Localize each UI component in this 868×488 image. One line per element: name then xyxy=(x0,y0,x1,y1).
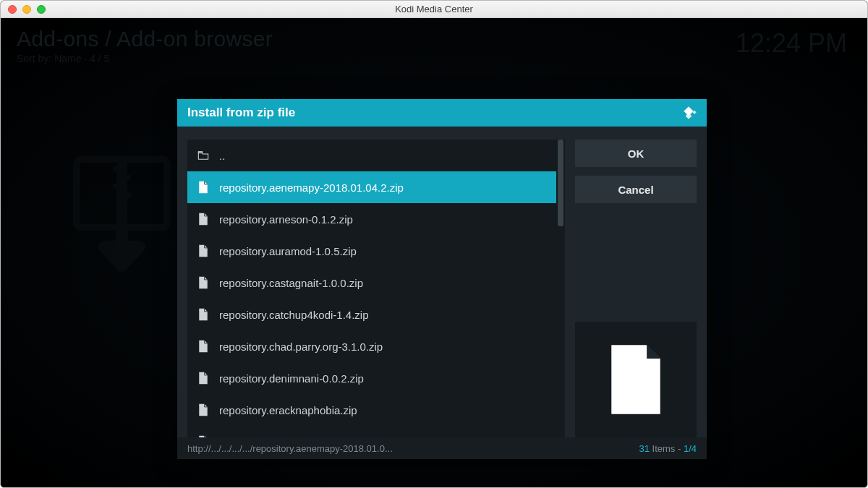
footer-count: 31 Items - 1/4 xyxy=(639,443,697,454)
dialog-body: ..repository.aenemapy-2018.01.04.2.zipre… xyxy=(177,127,707,437)
dialog-header: Install from zip file xyxy=(177,99,707,127)
file-name: repository.catchup4kodi-1.4.zip xyxy=(219,309,369,321)
file-name: repository.chad.parry.org-3.1.0.zip xyxy=(219,341,383,353)
window-title: Kodi Media Center xyxy=(1,4,867,14)
install-from-zip-dialog: Install from zip file ..repository.aenem… xyxy=(177,99,707,459)
file-name: repository.auramod-1.0.5.zip xyxy=(219,245,357,257)
list-item[interactable]: repository.catchup4kodi-1.4.zip xyxy=(187,299,556,330)
file-name: repository.denimnani-0.0.2.zip xyxy=(219,372,364,385)
kodi-background: Add-ons / Add-on browser Sort by: Name ·… xyxy=(1,18,867,487)
scrollbar[interactable] xyxy=(556,140,565,437)
titlebar: Kodi Media Center xyxy=(1,1,867,18)
file-list[interactable]: ..repository.aenemapy-2018.01.04.2.zipre… xyxy=(187,140,556,437)
parent-folder-label: .. xyxy=(219,150,225,162)
cancel-button[interactable]: Cancel xyxy=(575,176,697,203)
scroll-thumb[interactable] xyxy=(558,140,563,226)
list-item[interactable]: repository.castagnait-1.0.0.zip xyxy=(187,267,556,299)
file-name: repository.arneson-0.1.2.zip xyxy=(219,213,353,226)
ok-button[interactable]: OK xyxy=(575,140,697,167)
mac-window: Kodi Media Center Add-ons / Add-on brows… xyxy=(0,0,868,488)
dialog-title: Install from zip file xyxy=(187,106,295,120)
parent-folder-row[interactable]: .. xyxy=(187,140,556,171)
file-name: repository.eracknaphobia.zip xyxy=(219,404,357,416)
kodi-logo-icon xyxy=(681,105,697,121)
footer-path: http://.../.../.../.../repository.aenema… xyxy=(187,443,639,454)
side-pane: OK Cancel xyxy=(575,140,697,437)
file-pane: ..repository.aenemapy-2018.01.04.2.zipre… xyxy=(187,140,565,437)
list-item[interactable]: repository.eracknaphobia.zip xyxy=(187,394,556,426)
list-item[interactable]: repository.aenemapy-2018.01.04.2.zip xyxy=(187,171,556,203)
file-name: repository.aenemapy-2018.01.04.2.zip xyxy=(219,181,404,194)
list-item[interactable]: repository.arneson-0.1.2.zip xyxy=(187,203,556,235)
list-item[interactable]: repository.chad.parry.org-3.1.0.zip xyxy=(187,330,556,362)
preview-panel xyxy=(575,322,697,437)
file-name: repository.castagnait-1.0.0.zip xyxy=(219,277,363,289)
file-icon xyxy=(606,343,665,416)
list-item[interactable]: repository.featherence-1.2.0.zip xyxy=(187,426,556,437)
list-item[interactable]: repository.auramod-1.0.5.zip xyxy=(187,235,556,267)
list-item[interactable]: repository.denimnani-0.0.2.zip xyxy=(187,362,556,394)
dialog-footer: http://.../.../.../.../repository.aenema… xyxy=(177,437,707,459)
